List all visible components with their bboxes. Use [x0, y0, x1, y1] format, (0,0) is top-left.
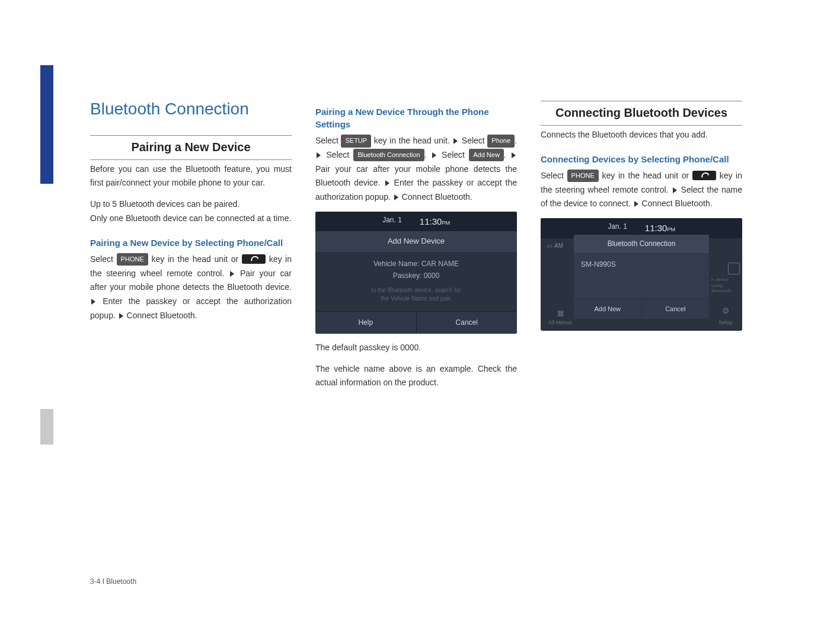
period: . [504, 150, 510, 159]
connect-by-phone-steps: Select PHONE key in the head unit or key… [541, 169, 742, 211]
gear-icon [714, 304, 737, 318]
setup-label: Setup [714, 318, 737, 327]
section-pairing-new-device: Pairing a New Device [90, 135, 292, 160]
subheading-connect-by-phone-call: Connecting Devices by Selecting Phone/Ca… [541, 153, 742, 165]
time-ampm: PM [667, 226, 675, 232]
add-new-label: Add New [469, 149, 504, 162]
dialog-buttons: Help Cancel [315, 311, 517, 333]
connecting-intro: Connects the Bluetooth devices that you … [541, 128, 742, 142]
dialog-title: Add New Device [315, 231, 517, 251]
radio-band-label: ▭ AM [547, 241, 563, 251]
help-button[interactable]: Help [315, 312, 416, 333]
arrow-icon [119, 313, 123, 319]
column-1: Bluetooth Connection Pairing a New Devic… [90, 53, 292, 397]
hint-line-2: the Vehicle Name and pair. [324, 295, 509, 303]
am-label: AM [554, 241, 563, 251]
time-value: 11:30 [645, 223, 667, 233]
arrow-icon [91, 299, 95, 305]
dialog-body: Vehicle Name: CAR NAME Passkey: 0000 In … [315, 252, 517, 312]
period: . [515, 136, 517, 145]
text-select: Select [541, 171, 567, 180]
document-page: Bluetooth Connection Pairing a New Devic… [0, 0, 840, 623]
pair-settings-steps: Select SETUP key in the head unit. Selec… [315, 134, 517, 205]
subheading-pair-by-phone-call: Pairing a New Device by Selecting Phone/… [90, 237, 292, 249]
arrow-icon [317, 152, 321, 158]
bt-hint-text: e device using Bluetooth [711, 263, 740, 294]
all-menus-button[interactable]: All Menus [545, 307, 575, 328]
default-passkey-note: The default passkey is 0000. [315, 341, 517, 355]
cancel-button[interactable]: Cancel [416, 312, 518, 333]
setup-key-label: SETUP [341, 135, 371, 148]
arrow-icon [385, 180, 389, 186]
pairing-intro-3: Only one Bluetooth device can be connect… [90, 212, 292, 226]
screenshot-add-new-device: Jan. 1 11:30PM Add New Device Vehicle Na… [315, 212, 517, 334]
bt-connection-dialog: Bluetooth Connection SM-N990S Add New Ca… [574, 235, 709, 318]
radio-icon: ▭ [547, 241, 552, 251]
text-connect-bt: Connect Bluetooth. [127, 311, 197, 320]
arrow-icon [394, 194, 398, 200]
column-2: Pairing a New Device Through the Phone S… [315, 53, 517, 397]
vehicle-name-note: The vehicle name above is an example. Ch… [315, 362, 517, 391]
gray-tab-marker [40, 409, 53, 445]
all-menus-label: All Menus [545, 318, 575, 327]
left-margin [0, 0, 53, 623]
section-connecting-bt-devices: Connecting Bluetooth Devices [541, 101, 742, 126]
text-select: Select [326, 150, 353, 159]
blue-tab-marker [40, 65, 53, 184]
status-time: 11:30PM [420, 214, 450, 229]
cancel-button[interactable]: Cancel [641, 299, 710, 319]
phone-menu-label: Phone [487, 135, 515, 148]
page-title: Bluetooth Connection [90, 95, 292, 123]
status-date: Jan. 1 [608, 221, 627, 236]
arrow-icon [673, 187, 677, 193]
phone-key-label: PHONE [567, 170, 599, 183]
call-icon [692, 171, 716, 180]
arrow-icon [453, 138, 458, 144]
arrow-icon [230, 271, 234, 277]
text-head-unit: key in the head unit. [374, 136, 453, 145]
dialog-title: Bluetooth Connection [574, 235, 709, 253]
text-select: Select [442, 150, 469, 159]
subheading-pair-through-settings: Pairing a New Device Through the Phone S… [315, 106, 517, 130]
text-connect-bt: Connect Bluetooth. [402, 192, 472, 202]
dialog-buttons: Add New Cancel [574, 299, 709, 319]
page-footer: 3-4 I Bluetooth [90, 576, 136, 587]
add-new-button[interactable]: Add New [574, 299, 641, 319]
vehicle-name-label: Vehicle Name: CAR NAME [324, 258, 509, 270]
text-head-unit-or: key in the head unit or [602, 171, 692, 180]
pair-by-phone-steps: Select PHONE key in the head unit or key… [90, 253, 292, 323]
arrow-icon [512, 152, 516, 158]
content-columns: Bluetooth Connection Pairing a New Devic… [90, 53, 804, 397]
device-item[interactable]: SM-N990S [574, 253, 709, 275]
bt-connection-label: Bluetooth Connection [353, 149, 424, 162]
text-connect-bt: Connect Bluetooth. [642, 199, 713, 208]
status-bar: Jan. 1 11:30PM [315, 212, 517, 232]
pairing-intro-2: Up to 5 Bluetooth devices can be paired. [90, 197, 292, 212]
dialog-hint: In the Bluetooth device, search for the … [324, 286, 509, 303]
phone-bt-icon [728, 263, 740, 274]
text-select: Select [462, 136, 487, 145]
text-select: Select [315, 136, 341, 145]
grid-icon [556, 307, 564, 315]
passkey-label: Passkey: 0000 [324, 270, 509, 282]
screenshot-bt-connection: Jan. 1 11:30PM ▭ AM e device using Bluet… [541, 218, 742, 331]
setup-button[interactable]: Setup [714, 304, 737, 327]
period: . [424, 150, 431, 159]
text-select: Select [90, 254, 117, 264]
time-ampm: PM [442, 220, 450, 226]
time-value: 11:30 [420, 216, 442, 226]
column-3: Connecting Bluetooth Devices Connects th… [541, 53, 742, 397]
status-date: Jan. 1 [382, 214, 402, 229]
hint-text: e device using Bluetooth [711, 277, 740, 294]
phone-key-label: PHONE [117, 253, 148, 266]
status-time: 11:30PM [645, 221, 675, 236]
pairing-intro-1: Before you can use the Bluetooth feature… [90, 162, 292, 191]
text-head-unit-or: key in the head unit or [151, 254, 241, 264]
hint-line-1: In the Bluetooth device, search for [324, 286, 509, 295]
arrow-icon [634, 201, 638, 207]
call-icon [242, 254, 266, 264]
arrow-icon [432, 152, 436, 158]
